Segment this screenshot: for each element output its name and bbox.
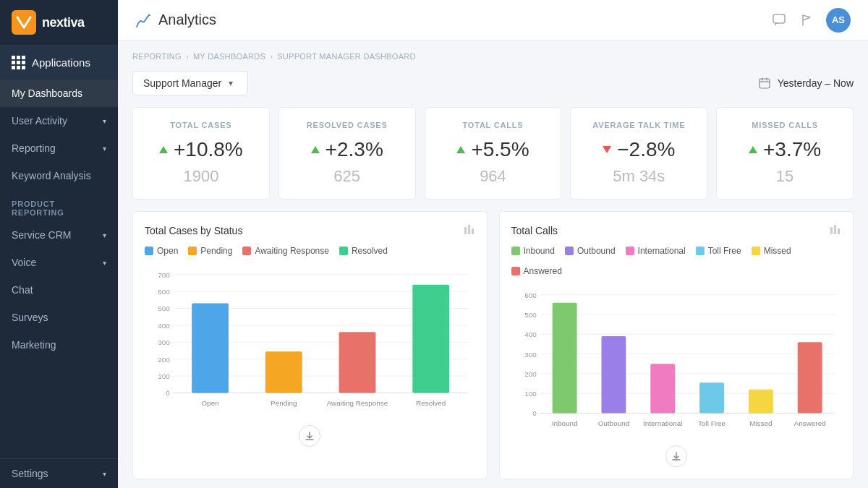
svg-rect-34 bbox=[834, 225, 836, 234]
sidebar-item-label: Surveys bbox=[12, 312, 48, 323]
legend-dot bbox=[339, 247, 348, 255]
download-button[interactable] bbox=[665, 445, 687, 467]
stat-sub: 625 bbox=[291, 167, 404, 186]
svg-text:0: 0 bbox=[166, 389, 170, 397]
sidebar-item-reporting[interactable]: Reporting ▾ bbox=[0, 134, 118, 162]
chart-title: Total Cases by Status bbox=[145, 225, 242, 236]
legend-item: International bbox=[626, 246, 686, 256]
stat-sub: 964 bbox=[437, 167, 550, 186]
chevron-down-icon: ▾ bbox=[103, 145, 106, 153]
analytics-icon bbox=[135, 12, 151, 28]
legend-dot bbox=[188, 247, 197, 255]
sidebar-item-keyword-analysis[interactable]: Keyword Analysis bbox=[0, 162, 118, 189]
page-title: Analytics bbox=[158, 12, 216, 28]
download-button[interactable] bbox=[299, 425, 320, 447]
chevron-down-icon: ▾ bbox=[229, 78, 233, 88]
svg-rect-51 bbox=[552, 303, 576, 414]
svg-rect-53 bbox=[601, 336, 626, 413]
svg-rect-31 bbox=[412, 285, 449, 393]
legend-dot bbox=[626, 247, 634, 255]
apps-label: Applications bbox=[32, 56, 90, 69]
dashboard-dropdown[interactable]: Support Manager ▾ bbox=[132, 71, 248, 95]
sidebar-item-user-activity[interactable]: User Activity ▾ bbox=[0, 107, 118, 134]
svg-text:700: 700 bbox=[158, 271, 170, 279]
legend-label: Toll Free bbox=[708, 246, 741, 256]
topbar-left: Analytics bbox=[135, 12, 216, 28]
svg-rect-35 bbox=[838, 228, 840, 234]
chevron-down-icon: ▾ bbox=[103, 117, 106, 125]
trend-down-icon bbox=[603, 146, 611, 153]
legend-label: Missed bbox=[764, 246, 791, 256]
stat-cards-container: TOTAL CASES +10.8% 1900 RESOLVED CASES +… bbox=[132, 107, 854, 200]
sidebar-item-label: Service CRM bbox=[12, 229, 71, 241]
stat-value: +3.7% bbox=[728, 138, 841, 161]
stat-value: +5.5% bbox=[437, 138, 550, 161]
svg-text:Inbound: Inbound bbox=[551, 419, 577, 427]
svg-rect-59 bbox=[748, 390, 773, 414]
avatar-initials: AS bbox=[832, 14, 845, 25]
stat-number: +5.5% bbox=[471, 138, 529, 161]
legend-label: Pending bbox=[200, 246, 232, 256]
stat-card-missed-calls: MISSED CALLS +3.7% 15 bbox=[716, 107, 854, 200]
stat-card-resolved-cases: RESOLVED CASES +2.3% 625 bbox=[278, 107, 416, 200]
apps-section[interactable]: Applications bbox=[0, 46, 118, 80]
svg-text:100: 100 bbox=[158, 372, 170, 380]
stat-card-total-cases: TOTAL CASES +10.8% 1900 bbox=[132, 107, 270, 200]
stat-value: +10.8% bbox=[145, 138, 258, 161]
svg-text:Pending: Pending bbox=[271, 399, 297, 407]
sidebar-item-marketing[interactable]: Marketing bbox=[0, 331, 118, 359]
sidebar-item-my-dashboards[interactable]: My Dashboards bbox=[0, 80, 118, 107]
apps-grid-icon bbox=[12, 56, 25, 69]
legend-item: Resolved bbox=[339, 246, 388, 256]
download-icon bbox=[671, 451, 681, 461]
chevron-down-icon: ▾ bbox=[103, 259, 106, 267]
svg-rect-33 bbox=[830, 227, 833, 234]
svg-text:Awaiting Response: Awaiting Response bbox=[327, 399, 388, 407]
sidebar-item-label: Chat bbox=[12, 284, 33, 296]
content-area: REPORTING › MY DASHBOARDS › SUPPORT MANA… bbox=[118, 40, 868, 488]
date-range-label: Yesterday – Now bbox=[778, 77, 854, 89]
date-range-selector[interactable]: Yesterday – Now bbox=[759, 77, 854, 89]
chat-icon[interactable] bbox=[771, 12, 787, 28]
sidebar-item-chat[interactable]: Chat bbox=[0, 276, 118, 304]
user-avatar[interactable]: AS bbox=[826, 8, 851, 33]
svg-text:600: 600 bbox=[524, 291, 537, 299]
legend-dot bbox=[696, 247, 705, 255]
sidebar: nextiva Applications My Dashboards User … bbox=[0, 0, 118, 488]
legend-label: Inbound bbox=[524, 246, 555, 256]
stat-number: +3.7% bbox=[763, 138, 821, 161]
svg-text:200: 200 bbox=[524, 370, 537, 378]
sidebar-settings[interactable]: Settings ▾ bbox=[0, 458, 118, 488]
legend-item: Missed bbox=[752, 246, 791, 256]
svg-rect-2 bbox=[760, 79, 770, 88]
svg-rect-55 bbox=[650, 364, 675, 413]
total-calls-chart: Total Calls InboundOutboundInternational… bbox=[499, 211, 854, 479]
legend-label: Awaiting Response bbox=[255, 246, 329, 256]
trend-up-icon bbox=[311, 146, 320, 153]
legend-label: Answered bbox=[524, 266, 562, 276]
svg-rect-6 bbox=[468, 225, 470, 234]
chart-legend: OpenPendingAwaiting ResponseResolved bbox=[145, 246, 475, 256]
svg-text:500: 500 bbox=[524, 311, 537, 319]
legend-label: Resolved bbox=[352, 246, 388, 256]
settings-label: Settings bbox=[12, 468, 48, 479]
main-area: Analytics AS REPORTING › MY DASHBOARDS ›… bbox=[118, 0, 868, 488]
flag-icon[interactable] bbox=[799, 12, 814, 28]
legend-label: Open bbox=[157, 246, 178, 256]
svg-text:International: International bbox=[642, 419, 682, 427]
sidebar-item-service-crm[interactable]: Service CRM ▾ bbox=[0, 221, 118, 249]
svg-rect-7 bbox=[472, 228, 474, 234]
sidebar-item-surveys[interactable]: Surveys bbox=[0, 304, 118, 331]
svg-text:Open: Open bbox=[201, 399, 218, 407]
svg-text:Toll Free: Toll Free bbox=[698, 419, 726, 427]
breadcrumb-my-dashboards: MY DASHBOARDS bbox=[193, 52, 265, 61]
stat-number: −2.8% bbox=[617, 138, 675, 161]
bar-chart-svg: 0100200300400500600700OpenPendingAwaitin… bbox=[145, 263, 475, 422]
bar-chart-icon[interactable] bbox=[830, 223, 841, 237]
total-cases-chart: Total Cases by Status OpenPendingAwaitin… bbox=[132, 211, 488, 479]
stat-value: −2.8% bbox=[582, 138, 695, 161]
stat-number: +2.3% bbox=[326, 138, 383, 161]
sidebar-item-voice[interactable]: Voice ▾ bbox=[0, 249, 118, 276]
bar-chart-icon[interactable] bbox=[464, 223, 475, 237]
legend-label: International bbox=[638, 246, 686, 256]
